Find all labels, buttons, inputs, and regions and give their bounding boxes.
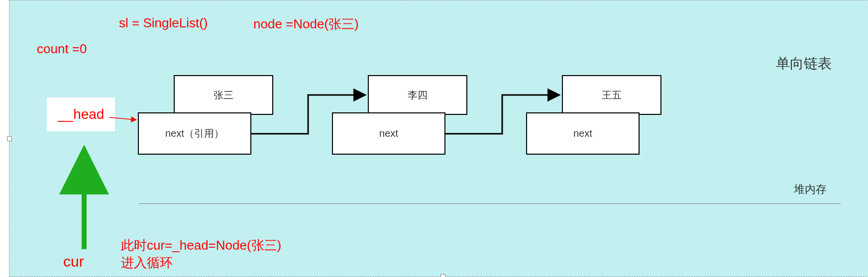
diagram-title: 单向链表: [776, 54, 832, 73]
resize-handle-left[interactable]: [7, 136, 12, 141]
node1-name: 张三: [214, 89, 233, 102]
node1-next-box: next（引用）: [138, 112, 251, 155]
cur-label: cur: [63, 253, 84, 270]
node2-name-box: 李四: [368, 75, 467, 115]
node2-next: next: [379, 128, 398, 139]
notes: 此时cur=_head=Node(张三) 进入循环: [121, 237, 281, 272]
head-box: __head: [47, 97, 115, 131]
node1-name-box: 张三: [174, 75, 273, 115]
count-label: count =0: [37, 41, 87, 57]
code-node: node =Node(张三): [253, 15, 359, 33]
node3-next: next: [573, 128, 592, 139]
divider: [139, 203, 841, 204]
heap-label: 堆内存: [794, 182, 827, 197]
node1-next: next（引用）: [165, 127, 224, 140]
notes-line1: 此时cur=_head=Node(张三): [121, 237, 281, 254]
resize-handle-bottom[interactable]: [440, 274, 445, 277]
diagram-canvas: sl = SingleList() node =Node(张三) count =…: [9, 0, 868, 277]
node3-name-box: 王五: [562, 75, 661, 115]
node2-next-box: next: [332, 112, 445, 155]
node2-name: 李四: [408, 89, 428, 102]
code-sl: sl = SingleList(): [119, 15, 208, 31]
node3-next-box: next: [526, 112, 640, 155]
notes-line2: 进入循环: [121, 254, 281, 272]
node3-name: 王五: [602, 89, 622, 102]
head-label: __head: [58, 106, 104, 122]
